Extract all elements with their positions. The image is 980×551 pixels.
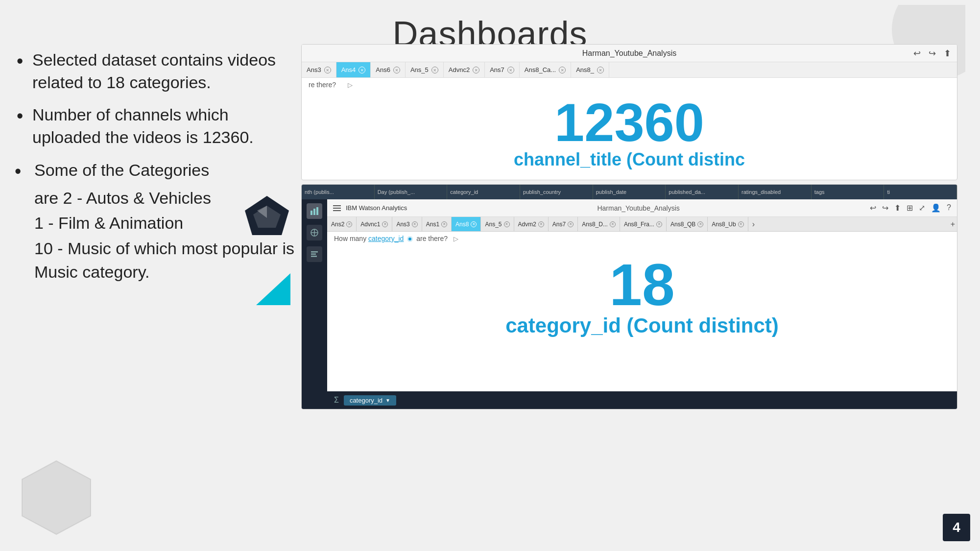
watson-tab-ans8d[interactable]: Ans8_D...× [578,217,620,231]
watson-grid-icon[interactable]: ⊞ [907,203,913,213]
sidebar-format-icon[interactable] [307,246,322,262]
sidebar-analysis-icon[interactable] [307,225,322,240]
watson-tab-ans8[interactable]: Ans8× [452,217,481,231]
watson-tab-ans8ub[interactable]: Ans8_Ub× [708,217,748,231]
redo-icon[interactable]: ↪ [929,48,936,59]
watson-cursor: ▷ [454,235,458,242]
watson-tab-ans8fra[interactable]: Ans8_Fra...× [620,217,667,231]
svg-rect-12 [311,251,318,253]
tab-advnc2-close[interactable]: × [473,67,479,73]
share-icon[interactable]: ⬆ [944,48,951,59]
watson-tab-ans1-close[interactable]: × [441,221,447,227]
bullet-list: Selected dataset contains videos related… [15,49,299,149]
tab-ans5-label: Ans_5 [410,66,429,73]
tab-ans5[interactable]: Ans_5 × [406,62,444,77]
watson-header-bar: IBM Watson Analytics Harman_Youtube_Anal… [327,199,957,217]
watson-tab-advm2[interactable]: Advm2× [514,217,549,231]
top-big-label: channel_title (Count distinc [302,149,957,170]
query-field: category_id [368,235,404,242]
watson-undo-icon[interactable]: ↩ [870,203,876,213]
add-tab-button[interactable]: + [949,217,957,231]
tab-ans6[interactable]: Ans6 × [371,62,406,77]
bullet-3-line1: •Some of the Categories [15,159,299,185]
left-panel: Selected dataset contains videos related… [15,49,299,286]
watson-tab-ans8fra-close[interactable]: × [656,221,662,227]
tab-ans5-close[interactable]: × [431,67,438,73]
tab-ans7-close[interactable]: × [507,67,514,73]
top-cursor: ▷ [348,81,353,89]
tab-ans7[interactable]: Ans7 × [485,62,520,77]
watson-header-left: IBM Watson Analytics [333,204,407,212]
watson-share-icon[interactable]: ⬆ [894,203,901,213]
watson-sidebar [302,199,327,409]
tab-ans3[interactable]: Ans3 × [302,62,336,77]
watson-redo-icon[interactable]: ↪ [882,203,888,213]
col-ratings-disabled: ratings_disabled [739,185,812,199]
svg-rect-8 [316,207,318,215]
col-day: Day (publish_... [375,185,448,199]
col-ti: ti [884,185,957,199]
watson-tab-ans8qb-close[interactable]: × [697,221,703,227]
watson-brand-label: IBM Watson Analytics [346,204,407,212]
category-tag-dropdown[interactable]: ▼ [385,398,390,403]
watson-help-icon[interactable]: ? [947,203,951,213]
watson-tab-ans7[interactable]: Ans7× [549,217,578,231]
tab-ans4-close[interactable]: × [359,67,365,73]
screenshot-bottom: nth (publis... Day (publish_... category… [301,184,957,409]
query-suffix: are there? [416,235,448,242]
category-tag[interactable]: category_id ▼ [344,395,396,406]
watson-tab-advnc1[interactable]: Advnc1× [357,217,392,231]
svg-rect-7 [313,209,315,215]
data-table-header: nth (publis... Day (publish_... category… [302,185,957,199]
category-tag-label: category_id [350,397,382,404]
tab-ans7-label: Ans7 [490,66,504,73]
watson-tab-ans7-close[interactable]: × [568,221,574,227]
tab-ans4[interactable]: Ans4 × [336,62,371,77]
menu-icon[interactable] [333,204,341,212]
tab-ans8b[interactable]: Ans8_ × [571,62,609,77]
tab-ans4-label: Ans4 [341,66,356,73]
top-tabs-row: Ans3 × Ans4 × Ans6 × Ans_5 × Advnc2 × An… [302,62,957,78]
tab-ans3-label: Ans3 [307,66,321,73]
undo-icon[interactable]: ↩ [913,48,921,59]
tab-ans3-close[interactable]: × [324,67,331,73]
watson-tab-ans3-close[interactable]: × [412,221,418,227]
tab-ans8ca[interactable]: Ans8_Ca... × [520,62,571,77]
watson-tab-ans5-close[interactable]: × [504,221,510,227]
tab-ans8b-label: Ans8_ [576,66,594,73]
watson-main-content: IBM Watson Analytics Harman_Youtube_Anal… [327,199,957,409]
tab-ans8ca-close[interactable]: × [559,67,566,73]
watson-tab-ans2[interactable]: Ans2× [327,217,357,231]
right-panel: Harman_Youtube_Analysis ↩ ↪ ⬆ Ans3 × Ans… [301,44,962,504]
watson-header-actions: ↩ ↪ ⬆ ⊞ ⤢ 👤 ? [870,203,951,213]
top-query-row: re there? ▷ [302,78,957,92]
decorative-hexagon [15,456,98,541]
watson-user-icon[interactable]: 👤 [931,203,941,213]
watson-tab-advnc1-close[interactable]: × [382,221,388,227]
watson-tab-ans1[interactable]: Ans1× [422,217,452,231]
watson-tab-ans8-close[interactable]: × [471,221,477,227]
svg-rect-14 [311,256,317,257]
watson-tab-ans8d-close[interactable]: × [610,221,616,227]
watson-expand-icon[interactable]: ⤢ [919,203,925,213]
sidebar-visualization-icon[interactable] [307,203,322,219]
watson-tab-ans2-close[interactable]: × [346,221,352,227]
watson-big-label: category_id (Count distinct) [327,314,957,337]
svg-rect-17 [333,210,341,211]
watson-tab-advm2-close[interactable]: × [538,221,544,227]
col-category-id: category_id [447,185,520,199]
watson-tab-ans5[interactable]: Ans_5× [481,217,514,231]
tab-ans6-close[interactable]: × [393,67,400,73]
header-icons: ↩ ↪ ⬆ [913,48,951,59]
decorative-triangle [256,273,290,307]
tab-advnc2[interactable]: Advnc2 × [444,62,485,77]
page-number-text: 4 [953,520,960,535]
watson-tab-ans8ub-close[interactable]: × [738,221,744,227]
watson-tab-ans3[interactable]: Ans3× [392,217,422,231]
tab-ans8b-close[interactable]: × [597,67,604,73]
watson-tab-ans8qb[interactable]: Ans8_QB× [667,217,708,231]
watson-bottom-bar: Σ category_id ▼ [327,391,957,409]
svg-rect-16 [333,208,341,209]
svg-marker-4 [256,273,290,305]
tabs-scroll-right[interactable]: › [748,217,759,231]
